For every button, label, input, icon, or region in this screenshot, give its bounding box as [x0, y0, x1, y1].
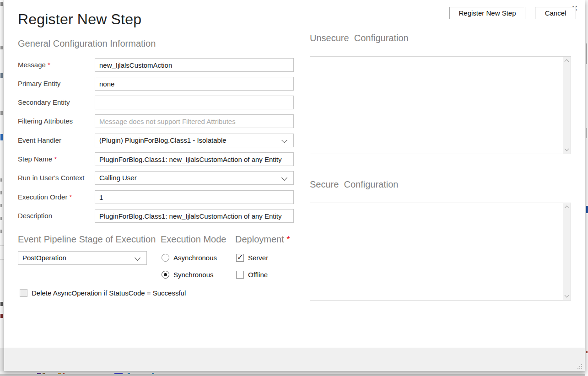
- background-fragment: [586, 128, 587, 138]
- primary-entity-input[interactable]: [95, 77, 294, 91]
- pipeline-section-title: Event Pipeline Stage of Execution: [18, 234, 156, 245]
- server-checkbox-label: Server: [248, 254, 268, 262]
- background-bottom-bar: [0, 374, 588, 376]
- description-input[interactable]: [95, 209, 294, 223]
- delete-asyncoperation-label: Delete AsyncOperation if StatusCode = Su…: [32, 289, 186, 297]
- background-fragment: [0, 191, 2, 194]
- field-row-step-name: Step Name *: [18, 152, 297, 166]
- execution-order-input[interactable]: [95, 190, 294, 204]
- scroll-down-button[interactable]: [563, 145, 571, 154]
- filtering-attributes-input[interactable]: [95, 114, 294, 128]
- run-context-select[interactable]: Calling User: [95, 171, 294, 185]
- background-fragment: [586, 351, 588, 353]
- field-row-filtering-attributes: Filtering Attributes: [18, 114, 297, 128]
- primary-entity-label: Primary Entity: [18, 80, 60, 87]
- chevron-down-icon: [281, 175, 287, 181]
- secondary-entity-label: Secondary Entity: [18, 98, 70, 106]
- background-fragment: [0, 178, 2, 182]
- filtering-attributes-label: Filtering Attributes: [18, 117, 73, 125]
- unsecure-config-box: [310, 56, 571, 154]
- deployment-option-offline: Offline: [236, 271, 268, 279]
- footer-bar: [4, 348, 585, 371]
- background-fragment: [0, 111, 3, 115]
- pipeline-stage-value: PostOperation: [22, 254, 66, 262]
- synchronous-radio[interactable]: [162, 271, 169, 279]
- background-fragment: [0, 73, 3, 78]
- background-fragment: [0, 259, 4, 260]
- field-row-message: Message *: [18, 58, 297, 72]
- dialog-title: Register New Step: [18, 11, 141, 28]
- background-fragment: [0, 230, 2, 233]
- secure-config-scrollbar[interactable]: [563, 203, 571, 300]
- message-label: Message *: [18, 61, 50, 69]
- background-app-right-sliver: [585, 0, 588, 376]
- scroll-up-icon: [565, 59, 569, 64]
- delete-asyncoperation-option: Delete AsyncOperation if StatusCode = Su…: [20, 289, 186, 297]
- scroll-up-icon: [565, 206, 569, 210]
- unsecure-config-title: Unsecure Configuration: [310, 33, 409, 43]
- run-context-label: Run in User's Context: [18, 174, 84, 182]
- step-name-input[interactable]: [95, 152, 294, 166]
- background-fragment: [0, 302, 3, 306]
- deployment-option-server: ✓ Server: [236, 254, 268, 262]
- background-fragment: [0, 2, 3, 6]
- asynchronous-radio[interactable]: [162, 254, 169, 262]
- cancel-button[interactable]: Cancel: [535, 7, 576, 19]
- run-context-value: Calling User: [99, 174, 137, 182]
- background-fragment: [0, 314, 3, 318]
- register-new-step-dialog: × Register New Step General Configuratio…: [4, 0, 585, 371]
- execution-mode-option-asynchronous: Asynchronous: [162, 254, 217, 262]
- background-app-left-sliver: [0, 0, 4, 376]
- event-handler-select[interactable]: (Plugin) PluginForBlog.Class1 - Isolatab…: [95, 134, 294, 147]
- execution-mode-section-title: Execution Mode: [161, 234, 226, 245]
- background-fragment: [0, 217, 2, 220]
- execution-mode-option-synchronous: Synchronous: [162, 271, 214, 279]
- message-input[interactable]: [95, 58, 294, 72]
- background-fragment: [0, 245, 4, 246]
- required-asterisk: *: [46, 61, 50, 69]
- offline-checkbox[interactable]: [236, 271, 244, 279]
- execution-order-label: Execution Order *: [18, 193, 72, 201]
- scroll-up-button[interactable]: [563, 203, 571, 211]
- synchronous-radio-label: Synchronous: [173, 271, 214, 279]
- scroll-up-button[interactable]: [563, 57, 571, 65]
- unsecure-config-textarea[interactable]: [310, 57, 563, 154]
- secure-config-textarea[interactable]: [310, 203, 563, 300]
- scroll-down-icon: [565, 293, 569, 298]
- required-asterisk: *: [284, 234, 290, 244]
- delete-asyncoperation-checkbox[interactable]: [20, 289, 27, 297]
- offline-checkbox-label: Offline: [248, 271, 268, 279]
- scroll-down-button[interactable]: [563, 292, 571, 300]
- background-fragment: [0, 134, 3, 140]
- field-row-execution-order: Execution Order *: [18, 190, 297, 204]
- general-section-title: General Configuration Information: [18, 38, 156, 49]
- field-row-event-handler: Event Handler (Plugin) PluginForBlog.Cla…: [18, 134, 297, 147]
- background-fragment: [0, 46, 3, 49]
- asynchronous-radio-label: Asynchronous: [173, 254, 217, 262]
- background-fragment: [0, 204, 2, 207]
- chevron-down-icon: [281, 137, 287, 143]
- field-row-run-context: Run in User's Context Calling User: [18, 171, 297, 185]
- register-new-step-button[interactable]: Register New Step: [449, 7, 525, 19]
- pipeline-stage-select[interactable]: PostOperation: [18, 251, 147, 265]
- description-label: Description: [18, 212, 52, 220]
- resize-grip[interactable]: [577, 364, 583, 369]
- background-fragment: [586, 43, 587, 64]
- secondary-entity-input[interactable]: [95, 96, 294, 109]
- field-row-description: Description: [18, 209, 297, 223]
- required-asterisk: *: [52, 155, 57, 163]
- secure-config-box: [310, 203, 571, 301]
- deployment-section-title: Deployment *: [235, 234, 290, 245]
- server-checkbox[interactable]: ✓: [236, 254, 244, 262]
- event-handler-label: Event Handler: [18, 136, 61, 144]
- background-fragment: [586, 206, 588, 213]
- chevron-down-icon: [135, 255, 140, 261]
- secure-config-title: Secure Configuration: [310, 179, 398, 190]
- required-asterisk: *: [67, 193, 72, 201]
- field-row-primary-entity: Primary Entity: [18, 77, 297, 91]
- scroll-down-icon: [565, 147, 569, 151]
- check-icon: ✓: [237, 253, 243, 262]
- event-handler-value: (Plugin) PluginForBlog.Class1 - Isolatab…: [99, 136, 227, 144]
- field-row-secondary-entity: Secondary Entity: [18, 96, 297, 109]
- unsecure-config-scrollbar[interactable]: [563, 57, 571, 154]
